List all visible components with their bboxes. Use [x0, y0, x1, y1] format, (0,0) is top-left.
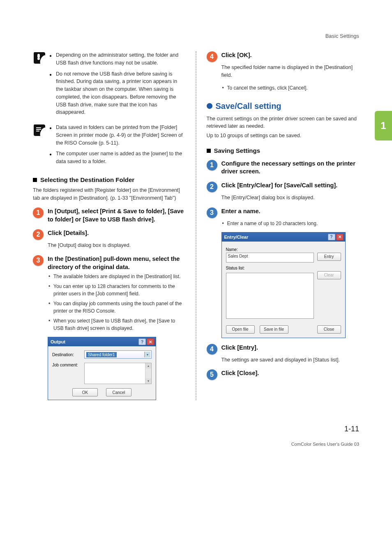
scroll-down-icon[interactable]: ▾	[145, 378, 151, 384]
save-in-file-button[interactable]: Save in file	[260, 325, 288, 334]
step-badge-s5: 5	[207, 369, 217, 380]
feature-title: Save/Call setting	[216, 101, 281, 111]
close-icon[interactable]: ✕	[336, 234, 344, 240]
step-badge-4: 4	[207, 51, 217, 62]
entry-clear-dialog: Entry/Clear ? ✕ Name: Sales Dept Entry S…	[221, 232, 346, 338]
tip-note-1: Data saved in folders can be printed fro…	[49, 124, 186, 147]
sstep-5-title: Click [Close].	[221, 369, 259, 378]
destination-select[interactable]: Shared folder1 ▾	[84, 350, 152, 359]
sstep-4-body: The settings are saved and displayed in …	[221, 356, 360, 364]
step-3-bullet-3: You can display job comments using the t…	[48, 300, 186, 315]
section-title-dest-folder: Selecting the Destination Folder	[40, 176, 134, 183]
square-bullet-icon	[33, 178, 37, 182]
feature-intro-1: The current settings on the printer driv…	[207, 115, 360, 131]
entry-button[interactable]: Entry	[317, 253, 341, 261]
ok-button[interactable]: OK	[72, 388, 98, 396]
feature-intro-2: Up to 10 groups of settings can be saved…	[207, 132, 360, 140]
output-dialog: Output ? ✕ Destination: Shared folder1 ▾	[48, 337, 156, 400]
step-3-bullet-1: The available folders are displayed in t…	[48, 273, 186, 280]
step-badge-3: 3	[33, 255, 44, 266]
warning-note-2: Do not remove the USB flash drive before…	[49, 70, 186, 117]
step-4-body: The specified folder name is displayed i…	[221, 64, 360, 79]
help-icon[interactable]: ?	[328, 234, 335, 240]
breadcrumb: Basic Settings	[33, 33, 359, 39]
sstep-4-title: Click [Entry].	[221, 344, 258, 352]
sstep-2-body: The [Entry/Clear] dialog box is displaye…	[221, 194, 360, 202]
close-button[interactable]: Close	[317, 325, 341, 334]
section-intro: The folders registered with [Register fo…	[33, 187, 186, 202]
cancel-button[interactable]: Cancel	[106, 388, 131, 396]
close-icon[interactable]: ✕	[147, 339, 154, 345]
footer-line: ComColor Series User's Guide 03	[291, 442, 359, 447]
clear-button[interactable]: Clear	[317, 271, 341, 279]
feature-bullet-icon	[207, 103, 212, 109]
name-label: Name:	[226, 247, 341, 252]
column-divider	[196, 51, 197, 400]
entry-dialog-title: Entry/Clear	[224, 235, 249, 240]
jobcomment-label: Job comment:	[52, 363, 82, 367]
step-badge-s3: 3	[207, 207, 217, 218]
step-2-title: Click [Details].	[48, 229, 89, 237]
step-badge-1: 1	[33, 207, 44, 218]
step-3-bullet-4: When you select [Save to USB flash drive…	[48, 317, 186, 332]
square-bullet-icon	[207, 149, 211, 153]
destination-label: Destination:	[52, 352, 82, 357]
step-badge-s4: 4	[207, 344, 217, 355]
warning-icon	[33, 51, 46, 64]
step-4-title: Click [OK].	[221, 51, 252, 60]
scroll-up-icon[interactable]: ▴	[145, 363, 151, 368]
page-number: 1-11	[291, 425, 359, 433]
sstep-3-title: Enter a name.	[221, 207, 261, 216]
step-3-title: In the [Destination] pull-down menu, sel…	[48, 255, 186, 271]
status-list[interactable]	[226, 273, 314, 319]
output-dialog-title: Output	[51, 339, 65, 344]
step-1-title: In [Output], select [Print & Save to fol…	[48, 207, 186, 223]
step-4-bullet: To cancel the settings, click [Cancel].	[221, 84, 360, 92]
jobcomment-field[interactable]: ▴ ▾	[84, 363, 152, 384]
step-2-body: The [Output] dialog box is displayed.	[48, 242, 186, 249]
status-label: Status list:	[226, 266, 341, 270]
sstep-2-title: Click [Entry/Clear] for [Save/Call setti…	[221, 182, 338, 190]
tip-note-2: The computer user name is added as the […	[49, 150, 186, 166]
step-3-bullet-2: You can enter up to 128 characters for c…	[48, 283, 186, 297]
chevron-down-icon: ▾	[144, 352, 150, 357]
step-badge-s2: 2	[207, 182, 217, 192]
open-file-button[interactable]: Open file	[226, 325, 255, 334]
warning-note-1: Depending on the administrator setting, …	[49, 51, 186, 67]
help-icon[interactable]: ?	[138, 339, 146, 345]
tip-icon	[33, 124, 46, 137]
svg-rect-1	[37, 54, 40, 58]
section-title-saving: Saving Settings	[214, 147, 261, 154]
sstep-3-bullet: Enter a name of up to 20 characters long…	[221, 220, 360, 227]
destination-value: Shared folder1	[86, 352, 117, 357]
step-badge-2: 2	[33, 229, 44, 240]
step-badge-s1: 1	[207, 160, 217, 170]
sstep-1-title: Configure the necessary settings on the …	[221, 160, 360, 176]
scrollbar[interactable]: ▴ ▾	[145, 363, 151, 384]
chapter-tab: 1	[375, 111, 392, 140]
name-field[interactable]: Sales Dept	[226, 253, 314, 263]
